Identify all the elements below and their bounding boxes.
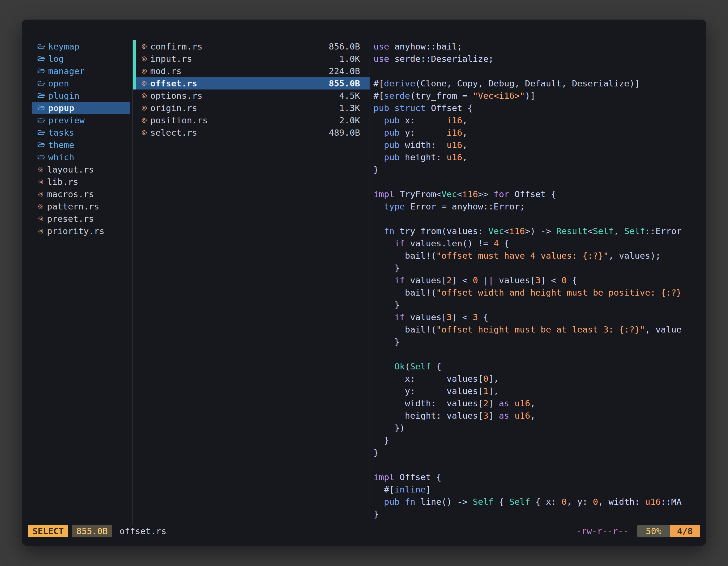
code-line: width: values[2] as u16, bbox=[374, 397, 706, 409]
permissions-text: -rw-r--r-- bbox=[576, 525, 628, 537]
item-label: which bbox=[48, 151, 74, 163]
folder-icon bbox=[37, 105, 45, 111]
file-row-body: mod.rs224.0B bbox=[136, 65, 370, 77]
code-line: bail!("offset width and height must be p… bbox=[374, 286, 706, 299]
file-row-body: origin.rs1.3K bbox=[136, 102, 370, 114]
item-label: pattern.rs bbox=[47, 200, 99, 213]
file-row-body: offset.rs855.0B bbox=[136, 77, 370, 90]
folder-icon bbox=[37, 117, 45, 123]
file-row-options-rs[interactable]: options.rs4.5K bbox=[133, 90, 370, 102]
sidebar-item-manager[interactable]: manager bbox=[32, 65, 130, 77]
sidebar-item-plugin[interactable]: plugin bbox=[32, 90, 130, 102]
sidebar-item-theme[interactable]: theme bbox=[32, 139, 130, 151]
sidebar-item-log[interactable]: log bbox=[32, 53, 130, 65]
selection-mark bbox=[133, 114, 136, 126]
sidebar-item-keymap[interactable]: keymap bbox=[32, 40, 130, 53]
code-line: #[inline] bbox=[374, 483, 706, 495]
code-line: Ok(Self { bbox=[374, 360, 706, 372]
item-label: macros.rs bbox=[47, 188, 94, 200]
code-line: bail!("offset must have 4 values: {:?}",… bbox=[374, 250, 706, 262]
folder-icon bbox=[37, 142, 45, 148]
file-row-body: confirm.rs856.0B bbox=[136, 40, 370, 53]
code-line: pub fn line() -> Self { Self { x: 0, y: … bbox=[374, 495, 706, 508]
code-line: } bbox=[374, 434, 706, 446]
code-line: } bbox=[374, 335, 706, 348]
sidebar-item-popup[interactable]: popup bbox=[32, 102, 130, 114]
code-line bbox=[374, 65, 706, 77]
sidebar-item-which[interactable]: which bbox=[32, 151, 130, 163]
code-line: use serde::Deserialize; bbox=[374, 53, 706, 65]
file-row-origin-rs[interactable]: origin.rs1.3K bbox=[133, 102, 370, 114]
file-row-select-rs[interactable]: select.rs489.0B bbox=[133, 126, 370, 139]
status-filename: offset.rs bbox=[119, 525, 166, 537]
cursor-position-badge: 4/8 bbox=[670, 525, 700, 537]
item-label: preview bbox=[48, 114, 85, 126]
rust-file-icon bbox=[141, 117, 147, 124]
rust-file-icon bbox=[37, 179, 44, 185]
item-label: manager bbox=[48, 65, 85, 77]
file-row-confirm-rs[interactable]: confirm.rs856.0B bbox=[133, 40, 370, 53]
selection-mark bbox=[133, 102, 136, 114]
item-label: priority.rs bbox=[47, 225, 104, 237]
code-line: pub struct Offset { bbox=[374, 102, 706, 114]
code-line bbox=[374, 459, 706, 471]
sidebar-item-tasks[interactable]: tasks bbox=[32, 126, 130, 139]
code-line: } bbox=[374, 508, 706, 520]
code-line: use anyhow::bail; bbox=[374, 40, 706, 53]
sidebar-item-macros-rs[interactable]: macros.rs bbox=[32, 188, 130, 200]
folder-icon bbox=[37, 43, 45, 50]
item-label: lib.rs bbox=[47, 176, 78, 188]
file-row-input-rs[interactable]: input.rs1.0K bbox=[133, 53, 370, 65]
rust-file-icon bbox=[37, 166, 44, 173]
item-label: plugin bbox=[48, 90, 79, 102]
file-size: 1.3K bbox=[339, 102, 360, 114]
folder-icon bbox=[37, 130, 45, 136]
preview-pane: use anyhow::bail;use serde::Deserialize;… bbox=[370, 40, 706, 525]
code-line: } bbox=[374, 299, 706, 311]
file-name: select.rs bbox=[150, 126, 197, 139]
code-line: pub width: u16, bbox=[374, 139, 706, 151]
mode-badge: SELECT bbox=[28, 525, 68, 537]
file-row-body: position.rs2.0K bbox=[136, 114, 370, 126]
item-label: log bbox=[48, 53, 64, 65]
file-size: 2.0K bbox=[339, 114, 360, 126]
selection-mark bbox=[133, 40, 136, 53]
rust-file-icon bbox=[37, 228, 44, 234]
code-line bbox=[374, 348, 706, 360]
code-line: type Error = anyhow::Error; bbox=[374, 200, 706, 213]
file-size: 1.0K bbox=[339, 53, 360, 65]
sidebar-item-lib-rs[interactable]: lib.rs bbox=[32, 176, 130, 188]
item-label: popup bbox=[48, 102, 74, 114]
code-line: height: values[3] as u16, bbox=[374, 409, 706, 422]
folder-icon bbox=[37, 80, 45, 86]
code-line bbox=[374, 176, 706, 188]
status-bar: SELECT 855.0B offset.rs -rw-r--r-- 50% 4… bbox=[22, 525, 706, 537]
code-line: x: values[0], bbox=[374, 372, 706, 385]
sidebar-item-priority-rs[interactable]: priority.rs bbox=[32, 225, 130, 237]
file-row-offset-rs[interactable]: offset.rs855.0B bbox=[133, 77, 370, 90]
rust-file-icon bbox=[141, 56, 147, 62]
file-size: 855.0B bbox=[329, 77, 360, 90]
selection-mark bbox=[133, 77, 136, 90]
rust-file-icon bbox=[141, 80, 147, 87]
file-row-mod-rs[interactable]: mod.rs224.0B bbox=[133, 65, 370, 77]
file-name: confirm.rs bbox=[150, 40, 203, 53]
selection-mark bbox=[133, 90, 136, 102]
sidebar-item-preset-rs[interactable]: preset.rs bbox=[32, 213, 130, 225]
scroll-percent-badge: 50% bbox=[637, 525, 670, 537]
rust-file-icon bbox=[37, 216, 44, 222]
item-label: keymap bbox=[48, 40, 79, 53]
folder-icon bbox=[37, 154, 45, 160]
file-name: mod.rs bbox=[150, 65, 182, 77]
sidebar-item-layout-rs[interactable]: layout.rs bbox=[32, 163, 130, 176]
file-size: 4.5K bbox=[339, 90, 360, 102]
file-name: position.rs bbox=[150, 114, 208, 126]
sidebar-item-open[interactable]: open bbox=[32, 77, 130, 90]
file-row-position-rs[interactable]: position.rs2.0K bbox=[133, 114, 370, 126]
file-size: 489.0B bbox=[329, 126, 360, 139]
sidebar-item-pattern-rs[interactable]: pattern.rs bbox=[32, 200, 130, 213]
file-name: options.rs bbox=[150, 90, 203, 102]
sidebar-item-preview[interactable]: preview bbox=[32, 114, 130, 126]
item-label: open bbox=[48, 77, 69, 90]
code-preview: use anyhow::bail;use serde::Deserialize;… bbox=[370, 40, 706, 520]
